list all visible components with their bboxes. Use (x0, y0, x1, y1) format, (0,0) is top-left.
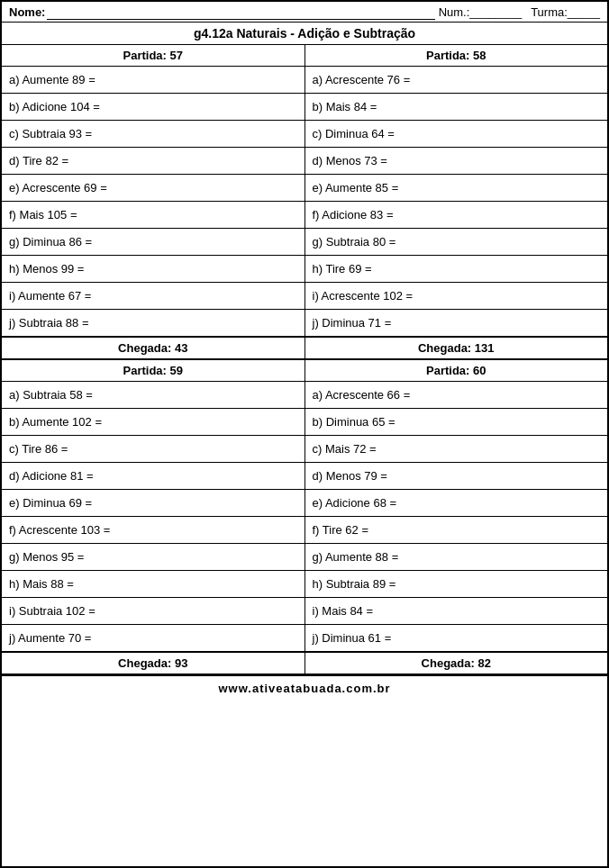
exercise-row-left-0-4: e) Acrescente 69 = (2, 175, 304, 202)
exercise-row-left-1-4: e) Diminua 69 = (2, 490, 304, 517)
chegada-left-1: Chegada: 93 (2, 652, 304, 674)
exercise-row-right-0-5: f) Adicione 83 = (305, 202, 608, 229)
chegada-left-0: Chegada: 43 (2, 337, 304, 358)
exercise-row-right-0-8: i) Acrescente 102 = (305, 283, 608, 310)
exercise-row-right-1-2: c) Mais 72 = (305, 436, 608, 463)
footer: www.ativeatabuada.com.br (2, 675, 607, 699)
exercise-row-right-0-7: h) Tire 69 = (305, 256, 608, 283)
exercise-row-right-0-6: g) Subtraia 80 = (305, 229, 608, 256)
exercise-row-left-1-7: h) Mais 88 = (2, 571, 304, 598)
exercise-row-left-0-0: a) Aumente 89 = (2, 67, 304, 94)
exercise-row-left-1-8: i) Subtraia 102 = (2, 598, 304, 625)
chegada-right-1: Chegada: 82 (305, 652, 608, 674)
exercise-row-left-0-1: b) Adicione 104 = (2, 94, 304, 121)
section-pair-1: Partida: 59a) Subtraia 58 =b) Aumente 10… (2, 360, 607, 675)
header-row: Nome: Num.:________ Turma:_____ (2, 2, 607, 23)
exercise-row-left-0-5: f) Mais 105 = (2, 202, 304, 229)
exercise-row-right-1-8: i) Mais 84 = (305, 598, 608, 625)
exercise-row-right-1-5: f) Tire 62 = (305, 517, 608, 544)
exercise-row-left-1-9: j) Aumente 70 = (2, 625, 304, 652)
exercise-row-right-1-1: b) Diminua 65 = (305, 409, 608, 436)
exercise-row-left-0-7: h) Menos 99 = (2, 256, 304, 283)
exercise-row-left-1-5: f) Acrescente 103 = (2, 517, 304, 544)
exercise-row-left-0-9: j) Subtraia 88 = (2, 310, 304, 337)
partida-right-0: Partida: 58 (305, 45, 608, 67)
page-title: g4.12a Naturais - Adição e Subtração (2, 23, 607, 45)
sections-container: Partida: 57a) Aumente 89 =b) Adicione 10… (2, 45, 607, 675)
exercise-row-right-1-9: j) Diminua 61 = (305, 625, 608, 652)
exercise-row-right-1-0: a) Acrescente 66 = (305, 382, 608, 409)
section-right-1: Partida: 60a) Acrescente 66 =b) Diminua … (305, 360, 608, 674)
exercise-row-right-1-3: d) Menos 79 = (305, 463, 608, 490)
exercise-row-right-0-4: e) Aumente 85 = (305, 175, 608, 202)
exercise-row-right-0-9: j) Diminua 71 = (305, 310, 608, 337)
turma-label: Turma:_____ (531, 5, 600, 20)
exercise-row-right-1-7: h) Subtraia 89 = (305, 571, 608, 598)
exercise-row-right-0-2: c) Diminua 64 = (305, 121, 608, 148)
exercise-row-right-0-1: b) Mais 84 = (305, 94, 608, 121)
num-label: Num.:________ (439, 5, 523, 20)
partida-right-1: Partida: 60 (305, 360, 608, 382)
exercise-row-left-0-6: g) Diminua 86 = (2, 229, 304, 256)
exercise-row-left-0-2: c) Subtraia 93 = (2, 121, 304, 148)
chegada-right-0: Chegada: 131 (305, 337, 608, 358)
section-left-0: Partida: 57a) Aumente 89 =b) Adicione 10… (2, 45, 305, 358)
exercise-row-right-0-0: a) Acrescente 76 = (305, 67, 608, 94)
nome-underline (47, 5, 434, 20)
exercise-row-left-1-3: d) Adicione 81 = (2, 463, 304, 490)
partida-left-1: Partida: 59 (2, 360, 304, 382)
exercise-row-left-1-0: a) Subtraia 58 = (2, 382, 304, 409)
exercise-row-left-0-3: d) Tire 82 = (2, 148, 304, 175)
nome-label: Nome: (9, 5, 45, 20)
exercise-row-right-0-3: d) Menos 73 = (305, 148, 608, 175)
section-right-0: Partida: 58a) Acrescente 76 =b) Mais 84 … (305, 45, 608, 358)
exercise-row-right-1-4: e) Adicione 68 = (305, 490, 608, 517)
exercise-row-left-1-6: g) Menos 95 = (2, 544, 304, 571)
exercise-row-left-1-1: b) Aumente 102 = (2, 409, 304, 436)
section-left-1: Partida: 59a) Subtraia 58 =b) Aumente 10… (2, 360, 305, 674)
exercise-row-right-1-6: g) Aumente 88 = (305, 544, 608, 571)
exercise-row-left-0-8: i) Aumente 67 = (2, 283, 304, 310)
partida-left-0: Partida: 57 (2, 45, 304, 67)
exercise-row-left-1-2: c) Tire 86 = (2, 436, 304, 463)
section-pair-0: Partida: 57a) Aumente 89 =b) Adicione 10… (2, 45, 607, 360)
